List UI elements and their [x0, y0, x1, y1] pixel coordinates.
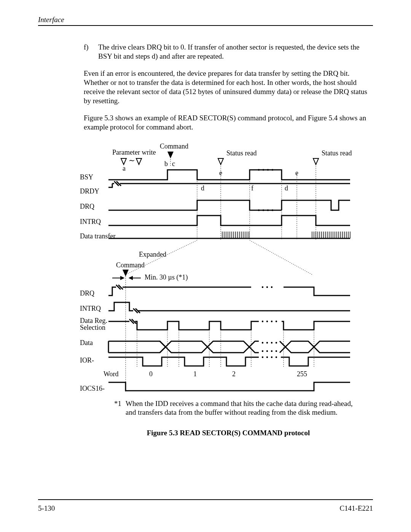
svg-point-80: [276, 321, 277, 322]
word-1: 1: [193, 370, 197, 378]
svg-point-74: [262, 286, 263, 288]
svg-point-84: [276, 342, 277, 343]
label-b: b: [164, 160, 168, 168]
label-c: c: [172, 160, 175, 168]
signal-iocs16: IOCS16-: [80, 385, 105, 392]
svg-point-78: [266, 321, 268, 322]
svg-point-82: [266, 342, 268, 343]
signal-drdy: DRDY: [80, 187, 99, 195]
label-word: Word: [104, 370, 119, 378]
paragraph-2: Figure 5.3 shows an example of READ SECT…: [84, 113, 373, 132]
svg-point-85: [262, 350, 263, 352]
list-text-f: The drive clears DRQ bit to 0. If transf…: [98, 43, 373, 61]
label-min30: Min. 30 µs (*1): [145, 273, 188, 281]
section-title: Interface: [38, 15, 64, 24]
svg-point-50: [258, 209, 260, 211]
label-parameter-write: Parameter write: [112, 149, 156, 156]
paragraph-1: Even if an error is encountered, the dev…: [84, 69, 373, 105]
svg-point-46: [258, 169, 260, 171]
label-status-read-1: Status read: [226, 149, 256, 157]
svg-point-47: [263, 169, 264, 171]
label-d-2: d: [285, 184, 288, 192]
signal-intrq-2: INTRQ: [80, 305, 101, 312]
word-255: 255: [297, 370, 307, 378]
svg-point-87: [271, 350, 272, 352]
signal-datareg: Data Reg.: [80, 317, 107, 324]
signal-drq: DRQ: [80, 203, 94, 210]
svg-point-92: [276, 356, 277, 358]
page-content: f) The drive clears DRQ bit to 0. If tra…: [38, 26, 373, 438]
signal-drq-2: DRQ: [80, 289, 94, 297]
label-command-bottom: Command: [116, 261, 145, 269]
footnote: *1 When the IDD receives a command that …: [84, 399, 373, 417]
label-d-1: d: [201, 184, 204, 192]
svg-point-88: [276, 350, 277, 352]
svg-point-90: [266, 356, 268, 358]
timing-diagram: Parameter write Command Status read Stat…: [38, 143, 373, 397]
label-expanded: Expanded: [139, 251, 166, 258]
signal-data: Data: [80, 339, 93, 347]
signal-datareg-sel: Selection: [80, 324, 105, 331]
label-tilde: ∼: [129, 156, 135, 165]
svg-point-52: [267, 209, 269, 211]
footnote-marker: *1: [114, 399, 126, 417]
page-header: Interface: [38, 15, 373, 26]
svg-point-53: [272, 209, 273, 211]
svg-point-51: [263, 209, 264, 211]
page-footer: 5-130 C141-E221: [38, 499, 373, 513]
list-marker-f: f): [84, 43, 98, 61]
svg-point-79: [271, 321, 272, 322]
svg-point-83: [271, 342, 272, 343]
svg-point-75: [266, 286, 268, 288]
page-number: 5-130: [38, 504, 55, 513]
svg-point-89: [262, 356, 263, 358]
word-0: 0: [149, 370, 153, 378]
label-f: f: [251, 184, 253, 192]
svg-point-86: [266, 350, 268, 352]
svg-point-81: [262, 342, 263, 343]
label-command-top: Command: [160, 142, 188, 150]
word-2: 2: [232, 370, 236, 378]
label-a: a: [123, 165, 126, 172]
label-status-read-2: Status read: [322, 149, 352, 157]
signal-intrq: INTRQ: [80, 218, 101, 225]
svg-point-77: [262, 321, 263, 322]
signal-bsy: BSY: [80, 173, 93, 181]
svg-point-48: [267, 169, 269, 171]
svg-line-55: [250, 240, 312, 275]
footnote-text: When the IDD receives a command that hit…: [126, 399, 354, 417]
svg-point-91: [271, 356, 272, 358]
doc-number: C141-E221: [339, 504, 373, 513]
svg-point-49: [272, 169, 273, 171]
signal-ior: IOR-: [80, 356, 94, 364]
svg-point-76: [271, 286, 272, 288]
list-item-f: f) The drive clears DRQ bit to 0. If tra…: [84, 43, 373, 61]
figure-caption: Figure 5.3 READ SECTOR(S) COMMAND protoc…: [84, 428, 373, 438]
